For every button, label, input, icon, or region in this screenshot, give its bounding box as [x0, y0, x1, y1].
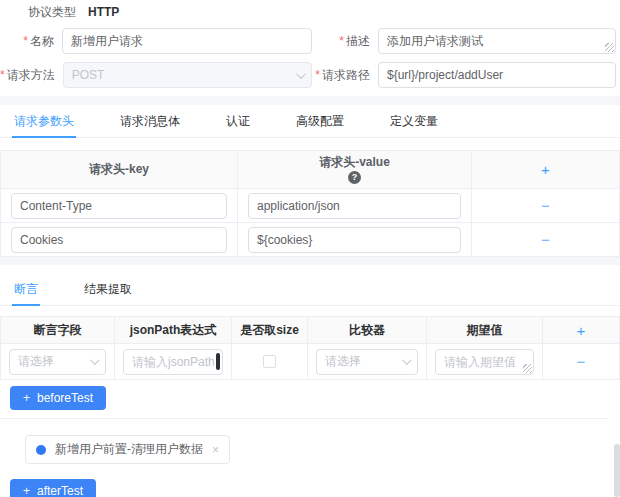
- plus-icon: +: [23, 484, 30, 497]
- expected-value-input[interactable]: [435, 349, 534, 375]
- chevron-down-icon: [402, 355, 412, 365]
- assert-add-col: +: [543, 317, 619, 343]
- plus-icon: +: [23, 391, 30, 405]
- vertical-scrollbar[interactable]: [614, 444, 620, 497]
- tab-request-headers[interactable]: 请求参数头: [12, 105, 76, 138]
- name-input[interactable]: [62, 28, 312, 54]
- resize-handle-icon[interactable]: [605, 43, 614, 52]
- header-value-cell: [238, 223, 472, 256]
- section-divider-band: [0, 96, 620, 105]
- before-test-tag[interactable]: 新增用户前置-清理用户数据 ×: [25, 435, 230, 464]
- question-mark-icon[interactable]: ?: [348, 171, 361, 184]
- header-row-cookies: −: [1, 223, 619, 257]
- header-remove-cell: −: [472, 223, 619, 256]
- api-request-edit-page: 协议类型 HTTP *名称 *描述 *请求方法: [0, 0, 620, 497]
- comparator-placeholder: 请选择: [325, 353, 361, 370]
- assert-field-cell: 请选择: [1, 344, 115, 379]
- assert-size-col: 是否取size: [232, 317, 308, 343]
- jsonpath-input[interactable]: [123, 349, 223, 375]
- assert-expected-cell: [427, 344, 543, 379]
- request-tabbar: 请求参数头 请求消息体 认证 高级配置 定义变量: [0, 105, 620, 138]
- protocol-value: HTTP: [88, 5, 119, 19]
- method-field-group: *请求方法 POST: [0, 62, 312, 88]
- assert-field-placeholder: 请选择: [18, 353, 54, 370]
- header-remove-cell: −: [472, 189, 619, 222]
- name-label: *名称: [0, 33, 62, 50]
- assert-expected-col: 期望值: [427, 317, 543, 343]
- add-header-row-button[interactable]: +: [541, 161, 550, 178]
- path-input[interactable]: [378, 62, 616, 88]
- add-assertion-row-button[interactable]: +: [577, 322, 586, 339]
- headers-table-header: 请求头-key 请求头-value ? +: [1, 151, 619, 189]
- chevron-down-icon: [90, 355, 100, 365]
- assert-size-cell: [232, 344, 308, 379]
- method-select: POST: [63, 62, 312, 88]
- required-mark: *: [0, 68, 5, 82]
- header-key-input[interactable]: [11, 227, 227, 253]
- assert-field-col: 断言字段: [1, 317, 115, 343]
- assertion-row: 请选择 请选择: [1, 344, 619, 380]
- status-dot-icon: [36, 445, 46, 455]
- assertion-section: 断言 结果提取 断言字段 jsonPath表达式 是否取size 比较器 期望值…: [0, 265, 620, 497]
- assert-jsonpath-col: jsonPath表达式: [115, 317, 232, 343]
- name-field-group: *名称: [0, 28, 312, 54]
- tab-advanced-config[interactable]: 高级配置: [294, 105, 346, 138]
- comparator-select-wrap: 请选择: [316, 349, 418, 375]
- desc-label: *描述: [312, 33, 378, 50]
- method-select-value: POST: [72, 68, 105, 82]
- tab-auth[interactable]: 认证: [224, 105, 252, 138]
- assertion-table-header: 断言字段 jsonPath表达式 是否取size 比较器 期望值 +: [1, 317, 619, 344]
- add-before-test-button[interactable]: + beforeTest: [10, 386, 106, 410]
- close-icon[interactable]: ×: [212, 443, 219, 457]
- path-field-wrap: [378, 62, 616, 88]
- header-value-input[interactable]: [248, 227, 461, 253]
- comparator-select[interactable]: 请选择: [316, 349, 418, 375]
- header-add-col: +: [472, 151, 619, 188]
- request-detail-section: 请求参数头 请求消息体 认证 高级配置 定义变量 请求头-key 请求头-val…: [0, 105, 620, 257]
- divider: [0, 418, 608, 419]
- header-value-cell: [238, 189, 472, 222]
- remove-header-row-button[interactable]: −: [541, 197, 550, 214]
- remove-header-row-button[interactable]: −: [541, 231, 550, 248]
- required-mark: *: [315, 68, 320, 82]
- header-value-col: 请求头-value ?: [238, 151, 472, 188]
- tab-assertions[interactable]: 断言: [12, 273, 40, 306]
- header-key-cell: [1, 189, 238, 222]
- assertion-table: 断言字段 jsonPath表达式 是否取size 比较器 期望值 + 请选择: [0, 316, 620, 380]
- name-desc-row: *名称 *描述: [0, 28, 620, 54]
- section-divider-band: [0, 257, 620, 265]
- assert-comparator-col: 比较器: [308, 317, 427, 343]
- required-mark: *: [339, 34, 344, 48]
- assert-field-select[interactable]: 请选择: [9, 349, 106, 375]
- resize-handle-icon[interactable]: [523, 364, 532, 373]
- tab-define-variables[interactable]: 定义变量: [388, 105, 440, 138]
- header-key-col: 请求头-key: [1, 151, 238, 188]
- assert-jsonpath-wrap: [123, 349, 223, 375]
- add-after-test-button[interactable]: + afterTest: [10, 479, 96, 497]
- before-test-tag-label: 新增用户前置-清理用户数据: [55, 441, 203, 458]
- protocol-label: 协议类型: [28, 4, 76, 21]
- path-label: *请求路径: [312, 67, 378, 84]
- assert-comparator-cell: 请选择: [308, 344, 427, 379]
- request-basic-form: 协议类型 HTTP *名称 *描述 *请求方法: [0, 0, 620, 88]
- path-field-group: *请求路径: [312, 62, 616, 88]
- method-label: *请求方法: [0, 67, 63, 84]
- desc-field-group: *描述: [312, 28, 616, 54]
- remove-assertion-row-button[interactable]: −: [577, 353, 586, 370]
- desc-textarea[interactable]: [378, 28, 616, 54]
- header-value-input[interactable]: [248, 193, 461, 219]
- header-key-input[interactable]: [11, 193, 227, 219]
- required-mark: *: [23, 34, 28, 48]
- assert-field-select-wrap: 请选择: [9, 349, 106, 375]
- textarea-scrollbar[interactable]: [216, 353, 220, 370]
- headers-table: 请求头-key 请求头-value ? +: [0, 150, 620, 257]
- assert-remove-cell: −: [543, 344, 619, 379]
- chevron-down-icon: [296, 69, 306, 79]
- take-size-checkbox[interactable]: [263, 355, 276, 368]
- assertion-tabbar: 断言 结果提取: [0, 273, 620, 306]
- method-path-row: *请求方法 POST *请求路径: [0, 62, 620, 88]
- header-key-cell: [1, 223, 238, 256]
- tab-request-body[interactable]: 请求消息体: [118, 105, 182, 138]
- tab-result-extraction[interactable]: 结果提取: [82, 273, 134, 306]
- header-row-content-type: −: [1, 189, 619, 223]
